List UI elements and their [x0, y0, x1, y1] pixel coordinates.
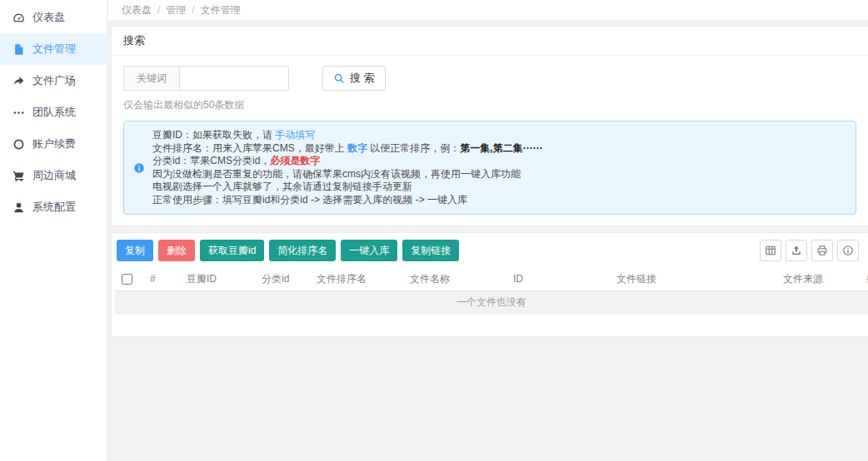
manual-fill-link[interactable]: 手动填写: [275, 129, 315, 141]
one-click-import-button[interactable]: 一键入库: [341, 240, 397, 261]
breadcrumb-item-file-management: 文件管理: [201, 3, 241, 17]
file-icon: [12, 43, 25, 56]
main-content: 仪表盘 / 管理 / 文件管理 搜索 关键词 搜 索 仅会输出最相似的50条数据: [108, 0, 868, 461]
sidebar-item-file-square[interactable]: 文件广场: [0, 65, 107, 97]
sidebar-item-label: 账户续费: [32, 136, 76, 151]
notice-line-category-id: 分类id：苹果CMS分类id，必须是数字: [152, 155, 846, 168]
ellipsis-icon: [12, 107, 25, 119]
export-button[interactable]: [786, 240, 807, 261]
table-header-row: # 豆瓣ID 分类id 文件排序名 文件名称 ID 文件链接 文件来源 播放: [115, 268, 868, 290]
print-button[interactable]: [811, 240, 833, 261]
breadcrumb-item-dashboard[interactable]: 仪表盘: [122, 3, 152, 17]
delete-button[interactable]: 删除: [158, 240, 195, 261]
notice-line-sort-name: 文件排序名：用来入库苹果CMS，最好带上 数字 以便正常排序，例：第一集,第二集…: [152, 142, 846, 156]
sidebar-item-label: 文件管理: [32, 42, 76, 57]
columns-button[interactable]: [760, 240, 781, 261]
sidebar-item-label: 团队系统: [32, 105, 76, 120]
sidebar-item-label: 文件广场: [32, 73, 76, 88]
sidebar-item-dashboard[interactable]: 仪表盘: [0, 2, 107, 33]
export-icon: [791, 245, 802, 256]
keyword-label: 关键词: [123, 66, 179, 91]
search-button[interactable]: 搜 索: [322, 66, 386, 91]
column-header-file-name[interactable]: 文件名称: [403, 268, 506, 290]
columns-icon: [765, 245, 776, 256]
info-icon: [133, 162, 145, 174]
print-icon: [816, 245, 828, 256]
dashboard-icon: [12, 12, 25, 24]
search-panel: 搜索 关键词 搜 索 仅会输出最相似的50条数据 豆瓣ID：如果获取失败，请 手…: [111, 26, 868, 226]
cart-icon: [12, 170, 25, 182]
notice-box: 豆瓣ID：如果获取失败，请 手动填写 文件排序名：用来入库苹果CMS，最好带上 …: [123, 121, 856, 215]
search-panel-title: 搜索: [112, 27, 868, 56]
notice-line-steps: 正常使用步骤：填写豆瓣id和分类id -> 选择需要入库的视频 -> 一键入库: [152, 194, 846, 207]
notice-line-duplicate-warning: 因为没做检测是否重复的功能，请确保苹果cms内没有该视频，再使用一键入库功能: [152, 168, 846, 181]
sidebar-item-mall[interactable]: 周边商城: [0, 160, 107, 191]
breadcrumb-separator: /: [157, 4, 160, 16]
table-tools: [760, 240, 859, 261]
simplify-sort-name-button[interactable]: 简化排序名: [269, 240, 336, 261]
file-table: # 豆瓣ID 分类id 文件排序名 文件名称 ID 文件链接 文件来源 播放 一…: [115, 268, 865, 315]
column-header-sort-name[interactable]: 文件排序名: [310, 268, 403, 290]
column-header-douban-id[interactable]: 豆瓣ID: [180, 268, 255, 290]
table-empty-state: 一个文件也没有: [115, 291, 868, 315]
copy-button[interactable]: 复制: [117, 240, 153, 261]
search-hint: 仅会输出最相似的50条数据: [123, 98, 856, 112]
table-toolbar: 复制 删除 获取豆瓣id 简化排序名 一键入库 复制链接: [115, 240, 865, 261]
sidebar-item-team-system[interactable]: 团队系统: [0, 97, 107, 128]
breadcrumb-item-manage[interactable]: 管理: [166, 3, 186, 17]
column-header-index[interactable]: #: [143, 268, 180, 290]
notice-line-tv-tip: 电视剧选择一个入库就够了，其余请通过复制链接手动更新: [152, 181, 846, 194]
column-header-file-source[interactable]: 文件来源: [776, 268, 860, 290]
search-button-label: 搜 索: [350, 71, 375, 86]
copy-link-button[interactable]: 复制链接: [402, 240, 459, 261]
column-header-id[interactable]: ID: [506, 268, 610, 290]
breadcrumb: 仪表盘 / 管理 / 文件管理: [108, 0, 868, 21]
sidebar-item-label: 周边商城: [32, 168, 76, 183]
file-table-panel: 复制 删除 获取豆瓣id 简化排序名 一键入库 复制链接: [111, 232, 868, 337]
fetch-douban-id-button[interactable]: 获取豆瓣id: [200, 240, 264, 261]
sidebar-item-account-renewal[interactable]: 账户续费: [0, 128, 107, 160]
sidebar-item-file-management[interactable]: 文件管理: [0, 33, 107, 65]
sidebar-item-system-config[interactable]: 系统配置: [0, 191, 107, 223]
breadcrumb-separator: /: [192, 4, 194, 16]
search-icon: [333, 72, 345, 84]
user-icon: [12, 201, 25, 214]
notice-line-douban-id: 豆瓣ID：如果获取失败，请 手动填写: [152, 129, 846, 142]
column-header-file-link[interactable]: 文件链接: [610, 268, 776, 290]
share-icon: [12, 75, 25, 87]
ring-icon: [12, 138, 25, 151]
sidebar-item-label: 仪表盘: [32, 10, 65, 25]
sidebar: 仪表盘 文件管理 文件广场 团队系统 账户续费 周边商城 系统配置: [0, 0, 107, 461]
info-button[interactable]: [837, 240, 859, 261]
sidebar-item-label: 系统配置: [32, 200, 76, 215]
keyword-input[interactable]: [179, 66, 289, 91]
select-all-checkbox[interactable]: [122, 274, 132, 285]
info-circle-icon: [842, 245, 854, 256]
column-header-play[interactable]: 播放: [860, 268, 868, 290]
column-header-category-id[interactable]: 分类id: [255, 268, 310, 290]
